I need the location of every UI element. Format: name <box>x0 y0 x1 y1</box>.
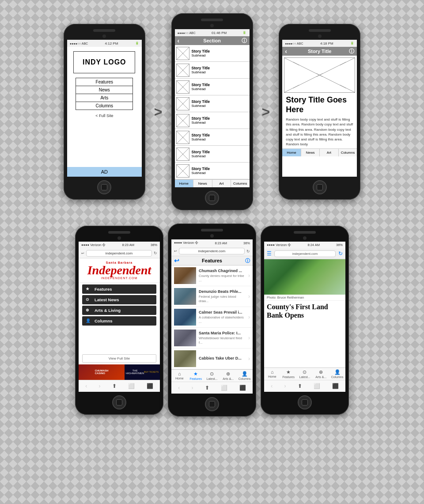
tab-art[interactable]: Art <box>320 149 339 156</box>
tab-news[interactable]: News <box>301 149 320 156</box>
url-field[interactable]: independent.com <box>179 248 245 254</box>
tab-home[interactable]: Home <box>175 180 194 187</box>
news-text: Chumash Chagrined ... County denies requ… <box>199 269 246 282</box>
nav-menu: Features News Arts Columns <box>76 78 133 110</box>
home-button[interactable] <box>205 191 219 205</box>
features-title: Features <box>202 258 222 263</box>
story-sub: Subhead <box>192 171 210 175</box>
info-button[interactable]: ⓘ <box>245 258 250 264</box>
tab-home[interactable]: Home <box>282 149 301 156</box>
tab-home[interactable]: ⌂ Home <box>264 368 280 380</box>
home-button[interactable] <box>298 395 312 409</box>
tabs-btn[interactable]: ⬛ <box>145 382 155 390</box>
tabs-btn[interactable]: ⬛ <box>238 384 248 392</box>
tab-news[interactable]: News <box>193 180 212 187</box>
story-item[interactable]: Story TitleSubhead <box>175 79 250 95</box>
phone-screen-section: ●●●●○○ ABC 01:46 PM 🔋 ‹ Section ⓘ Story … <box>175 29 250 187</box>
forward-browser-btn[interactable]: › <box>97 382 102 390</box>
view-full-site[interactable]: View Full Site <box>82 354 156 363</box>
phone-camera <box>117 236 121 240</box>
browser-bottom-bar: ‹ › ⬆ ⬜ ⬛ <box>171 382 253 394</box>
bookmarks-btn[interactable]: ⬜ <box>219 384 229 392</box>
tab-features[interactable]: ★ Features <box>280 368 297 380</box>
nav-features[interactable]: Features <box>76 78 132 86</box>
forward-browser-btn[interactable]: › <box>283 382 288 390</box>
tab-arts[interactable]: ⊕ Arts &... <box>220 370 236 382</box>
forward-browser-btn[interactable]: › <box>190 384 195 392</box>
tab-columns[interactable]: 👤 Columns <box>236 370 253 382</box>
story-item[interactable]: Story TitleSubhead <box>175 112 250 129</box>
news-sub: Federal judge rules blood draw... <box>199 295 246 303</box>
story-title: Story Title <box>192 66 210 70</box>
refresh-icon[interactable]: ↻ <box>338 250 343 257</box>
tab-latest[interactable]: ⊙ Latest... <box>297 368 313 380</box>
tab-art[interactable]: Art <box>212 180 231 187</box>
features-nav-bar: ↩ Features ⓘ <box>171 256 253 265</box>
story-item[interactable]: Story TitleSubhead <box>175 129 250 146</box>
story-item[interactable]: Story TitleSubhead <box>175 45 250 62</box>
home-tab-icon: ⌂ <box>178 371 181 376</box>
menu-arts-living[interactable]: ⊕ Arts & Living <box>82 306 156 315</box>
indy-menu: ★ Features ⊙ Latest News ⊕ Arts & Living… <box>79 283 160 352</box>
tab-features[interactable]: ★ Features <box>188 370 204 382</box>
home-button[interactable] <box>205 397 219 411</box>
back-icon[interactable]: ↩ <box>174 249 177 253</box>
back-browser-btn[interactable]: ‹ <box>83 382 89 390</box>
back-button[interactable]: ↩ <box>174 257 179 264</box>
home-button[interactable] <box>313 180 327 194</box>
tabs-btn[interactable]: ⬛ <box>330 382 341 390</box>
back-browser-btn[interactable]: ‹ <box>269 382 274 390</box>
nav-news[interactable]: News <box>76 86 132 94</box>
tab-latest[interactable]: ⊙ Latest... <box>204 370 220 382</box>
tab-home[interactable]: ⌂ Home <box>171 370 188 382</box>
url-field[interactable]: independent.com <box>86 250 152 257</box>
story-text: Story TitleSubhead <box>192 99 210 108</box>
info-button[interactable]: ⓘ <box>242 37 247 45</box>
url-field[interactable]: independent.com <box>274 250 336 257</box>
full-site-link[interactable]: < Full Site <box>95 114 113 118</box>
share-btn[interactable]: ⬆ <box>203 384 211 392</box>
menu-latest-news[interactable]: ⊙ Latest News <box>82 295 156 304</box>
news-item[interactable]: Denunzio Beats Phle... Federal judge rul… <box>171 286 253 307</box>
news-item[interactable]: Santa Maria Police: I... Whistleblower l… <box>171 328 253 349</box>
columns-tab-icon: 👤 <box>334 369 341 375</box>
story-body: Story Title Goes Here Random body copy t… <box>284 95 355 147</box>
nav-arts[interactable]: Arts <box>76 94 132 102</box>
home-button[interactable] <box>97 180 111 194</box>
nav-columns[interactable]: Columns <box>76 102 132 110</box>
tab-columns[interactable]: 👤 Columns <box>329 368 345 380</box>
story-item[interactable]: Story TitleSubhead <box>175 62 250 79</box>
tab-arts[interactable]: ⊕ Arts &... <box>313 368 329 380</box>
menu-columns[interactable]: 👤 Columns <box>82 316 156 326</box>
home-button[interactable] <box>112 395 126 409</box>
story-title: Story Title <box>192 150 210 154</box>
bookmarks-btn[interactable]: ⬜ <box>126 382 136 390</box>
story-item[interactable]: Story TitleSubhead <box>175 163 250 179</box>
bookmarks-btn[interactable]: ⬜ <box>312 382 322 390</box>
refresh-icon[interactable]: ↻ <box>246 249 250 254</box>
info-button[interactable]: ⓘ <box>349 48 354 55</box>
status-battery: 36% <box>336 243 343 247</box>
back-button[interactable]: ‹ <box>178 37 180 44</box>
back-button[interactable]: ‹ <box>285 48 287 55</box>
tab-columns[interactable]: Columns <box>339 149 357 156</box>
menu-features[interactable]: ★ Features <box>82 284 156 294</box>
story-item[interactable]: Story TitleSubhead <box>175 146 250 163</box>
news-item[interactable]: Calmer Seas Prevail i... A collaborative… <box>171 307 253 328</box>
story-thumb <box>176 47 189 60</box>
story-sub: Subhead <box>192 70 210 74</box>
story-headline: Story Title Goes Here <box>286 95 353 114</box>
phone-camera <box>303 236 307 240</box>
share-btn[interactable]: ⬆ <box>296 382 304 390</box>
phone-speaker <box>108 231 130 234</box>
tab-columns[interactable]: Columns <box>231 180 250 187</box>
wireframe-phone-home: ●●●●○○ ABC 4:12 PM 🔋 INDY LOGO Features … <box>64 24 145 200</box>
news-item[interactable]: Chumash Chagrined ... County denies requ… <box>171 265 253 286</box>
share-btn[interactable]: ⬆ <box>110 382 118 390</box>
refresh-icon[interactable]: ↻ <box>154 251 157 255</box>
latest-tab-icon: ⊙ <box>303 369 307 375</box>
news-item[interactable]: Cabbies Take Uber D... › <box>171 349 253 369</box>
story-item[interactable]: Story TitleSubhead <box>175 95 250 112</box>
hamburger-menu-icon[interactable]: ☰ <box>267 250 272 257</box>
back-browser-btn[interactable]: ‹ <box>176 384 182 392</box>
